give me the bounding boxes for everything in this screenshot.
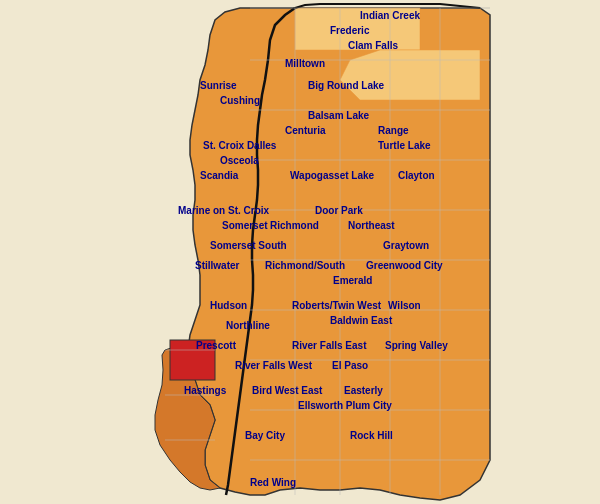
svg-marker-4 — [295, 8, 420, 50]
svg-marker-5 — [340, 50, 480, 100]
map-svg — [0, 0, 600, 504]
svg-rect-3 — [170, 340, 215, 380]
map-container: Indian Creek Frederic Clam Falls Milltow… — [0, 0, 600, 504]
